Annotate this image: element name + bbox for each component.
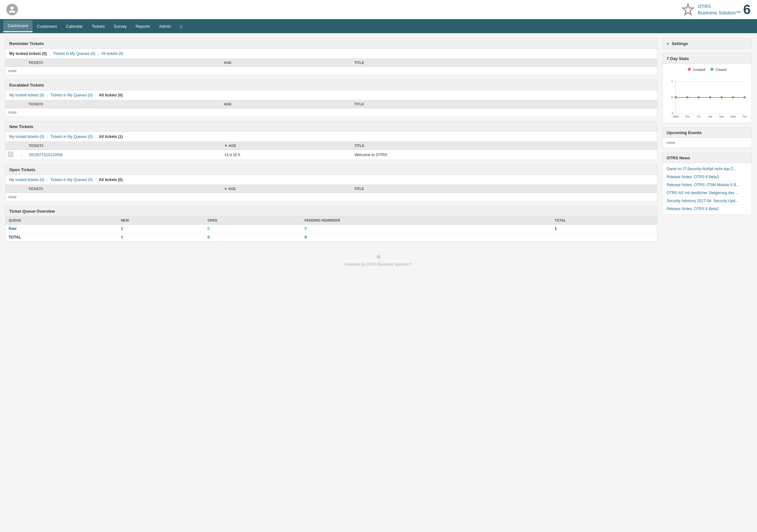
new-tickets-section: New Tickets My locked tickets (0) | Tick… <box>5 121 657 160</box>
th-queue: QUEUE <box>5 217 118 224</box>
escalated-tickets-section: Escalated Tickets My locked tickets (0) … <box>5 80 657 117</box>
ticket-link[interactable]: 2015071510123456 <box>29 153 63 157</box>
open-none-text: none <box>5 193 657 201</box>
new-tickets-title: New Tickets <box>5 122 657 132</box>
open-filter-queues[interactable]: Tickets in My Queues (0) <box>50 178 93 182</box>
list-item[interactable]: Release Notes: OTRS 6 Beta2 <box>663 205 752 213</box>
row-age: 14 d 10 h <box>222 150 352 160</box>
th-star <box>17 100 26 108</box>
svg-point-26 <box>710 97 711 98</box>
logo-text: OTRS Business Solution™ <box>698 3 741 15</box>
th-age: AGE <box>221 100 352 108</box>
reminder-tickets-section: Reminder Tickets My locked tickets (0) |… <box>5 38 657 75</box>
escalated-filter-queues[interactable]: Tickets in My Queues (0) <box>50 93 93 97</box>
nav-tickets[interactable]: Tickets <box>87 21 109 32</box>
queue-name: Raw <box>5 224 118 233</box>
seven-day-stats-section: 7 Day Stats Created Closed <box>662 53 752 123</box>
queue-total-open-count: 0 <box>207 235 210 240</box>
new-filter-all[interactable]: All tickets (1) <box>99 134 123 139</box>
logo-line2: Business Solution™ <box>698 10 741 15</box>
open-filter-all[interactable]: All tickets (0) <box>99 178 123 182</box>
upcoming-events-section: Upcoming Events none <box>662 128 752 148</box>
stats-area: Created Closed 1 0 -1 <box>663 64 752 123</box>
settings-bar[interactable]: ► Settings <box>662 38 752 49</box>
otrs-news-title: OTRS News <box>663 153 752 163</box>
star-icon[interactable]: ☆ <box>19 152 24 158</box>
nav-customers[interactable]: Customers <box>33 21 62 32</box>
reminder-none-text: none <box>5 67 657 75</box>
th-age: AGE <box>221 59 352 67</box>
queue-total-pending-count: 0 <box>304 235 307 240</box>
escalated-tickets-title: Escalated Tickets <box>5 80 657 90</box>
list-item[interactable]: Damit im IT-Security-Notfall nicht das C… <box>663 165 752 173</box>
reminder-filter-locked[interactable]: My locked tickets (0) <box>9 51 46 56</box>
avatar[interactable] <box>6 4 18 15</box>
queue-total-new-link[interactable]: 1 <box>121 235 123 240</box>
main-content: Reminder Tickets My locked tickets (0) |… <box>5 38 657 242</box>
queue-pending: 0 <box>301 224 551 233</box>
svg-text:0: 0 <box>671 95 673 99</box>
upcoming-events-title: Upcoming Events <box>663 128 752 138</box>
new-filter-queues[interactable]: Tickets in My Queues (0) <box>50 134 93 139</box>
escalated-tickets-filters: My locked tickets (0) | Tickets in My Qu… <box>5 90 657 100</box>
checkbox-icon[interactable] <box>8 152 13 157</box>
queue-total-row: TOTAL 1 0 0 <box>5 233 657 242</box>
news-list: Damit im IT-Security-Notfall nicht das C… <box>663 163 752 215</box>
queue-table: QUEUE NEW OPEN PENDING REMINDER TOTAL Ra… <box>5 217 657 241</box>
reminder-empty-row: none <box>5 67 657 75</box>
new-filter-locked[interactable]: My locked tickets (0) <box>9 134 44 139</box>
th-age-sort[interactable]: ▼ AGE <box>221 185 352 193</box>
th-ticket-num: TICKET# <box>26 59 221 67</box>
upcoming-none: none <box>663 138 752 148</box>
footer-star-icon: ✱ <box>6 253 751 261</box>
escalated-empty-row: none <box>5 108 657 117</box>
nav-search-icon[interactable]: ⌕ <box>175 20 188 32</box>
row-ticket-num: 2015071510123456 <box>26 150 222 160</box>
row-checkbox[interactable] <box>5 150 17 160</box>
reminder-tickets-filters: My locked tickets (0) | Tickets in My Qu… <box>5 49 657 59</box>
svg-text:Sat: Sat <box>708 115 712 118</box>
list-item[interactable]: OTRS AG mit deutlicher Steigerung des ..… <box>663 189 752 197</box>
open-empty-row: none <box>5 193 657 201</box>
th-star <box>17 142 26 150</box>
list-item[interactable]: Security Advisory 2017-04: Security Upd.… <box>663 197 752 205</box>
svg-point-27 <box>721 97 723 98</box>
otrs-logo-icon <box>681 3 695 16</box>
footer-text: Powered by OTRS Business Solution™ <box>345 262 412 267</box>
list-item[interactable]: Release Notes: OTRS::ITSM Module 6 B... <box>663 181 752 189</box>
queue-link[interactable]: Raw <box>9 226 16 231</box>
svg-point-25 <box>698 97 700 98</box>
escalated-filter-locked[interactable]: My locked tickets (0) <box>9 93 44 97</box>
escalated-filter-all[interactable]: All tickets (0) <box>99 93 123 97</box>
queue-total-open: 0 <box>204 233 301 242</box>
th-open: OPEN <box>204 217 301 224</box>
queue-pending-count: 0 <box>304 226 307 231</box>
nav-admin[interactable]: Admin <box>155 21 175 32</box>
nav-survey[interactable]: Survey <box>109 21 131 32</box>
header: OTRS Business Solution™ 6 <box>0 0 757 19</box>
queue-new-link[interactable]: 1 <box>121 226 123 231</box>
nav-reports[interactable]: Reports <box>131 21 155 32</box>
list-item[interactable]: Release Notes: OTRS 6 Beta3 <box>663 173 752 181</box>
reminder-filter-queues[interactable]: Tickets in My Queues (0) <box>53 51 96 56</box>
queue-new: 1 <box>118 224 204 233</box>
otrs-news-title-text: OTRS News <box>667 156 690 160</box>
svg-point-23 <box>675 97 677 98</box>
open-filter-locked[interactable]: My locked tickets (0) <box>9 178 44 182</box>
th-title: TITLE <box>352 100 657 108</box>
logo-line1: OTRS <box>698 4 711 9</box>
queue-open-count: 0 <box>207 226 210 231</box>
stats-chart: 1 0 -1 Wed Thu Fri <box>668 74 746 119</box>
reminder-filter-all[interactable]: All tickets (0) <box>102 51 124 56</box>
th-title: TITLE <box>352 142 657 150</box>
nav-calendar[interactable]: Calendar <box>61 21 87 32</box>
th-pending: PENDING REMINDER <box>301 217 551 224</box>
th-title: TITLE <box>352 59 657 67</box>
upcoming-title-text: Upcoming Events <box>667 130 702 135</box>
open-tickets-title: Open Tickets <box>5 165 657 175</box>
nav-dashboard[interactable]: Dashboard <box>3 20 33 32</box>
seven-day-stats-title: 7 Day Stats <box>663 54 752 64</box>
logo-number: 6 <box>743 3 751 16</box>
row-star[interactable]: ☆ <box>17 150 26 160</box>
th-age-sort[interactable]: ▼ AGE <box>222 142 352 150</box>
